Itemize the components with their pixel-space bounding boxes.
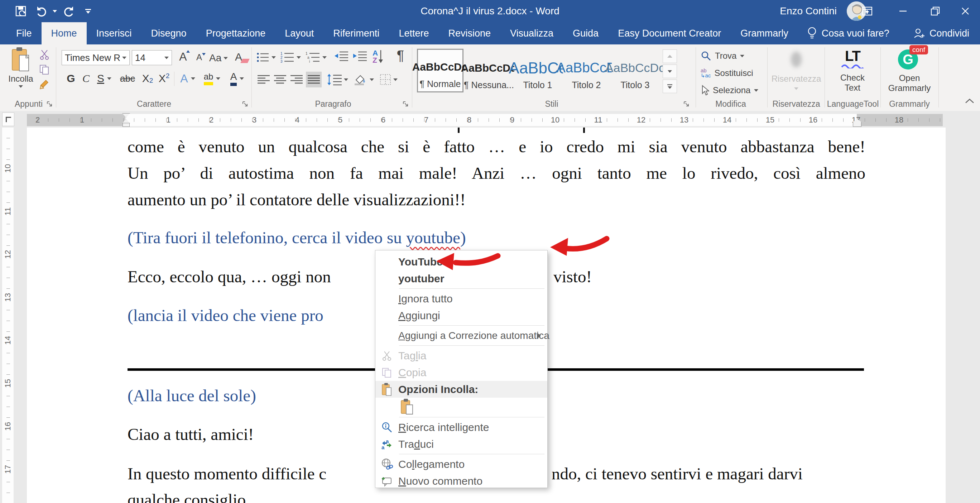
- highlight-button[interactable]: ab: [200, 70, 224, 87]
- tab-riferimenti[interactable]: Riferimenti: [323, 22, 389, 45]
- find-button[interactable]: Trova: [701, 49, 744, 63]
- superscript-digit: 2: [166, 72, 170, 80]
- align-center-button[interactable]: [273, 72, 287, 87]
- grow-font-button[interactable]: A: [176, 50, 190, 65]
- paragrafo-dialog-launcher[interactable]: [402, 100, 410, 108]
- tab-home[interactable]: Home: [41, 22, 87, 45]
- superscript-button[interactable]: X2: [157, 70, 171, 87]
- misspelled-word[interactable]: youtube: [406, 228, 460, 247]
- ribbon-display-options-icon: [861, 5, 873, 17]
- tab-lettere[interactable]: Lettere: [389, 22, 438, 45]
- left-indent-marker[interactable]: [123, 123, 130, 127]
- menu-item-aggiungi-a-correzione-automatica[interactable]: Aggiungi a Correzione automatica: [375, 327, 547, 344]
- menu-item-collegamento[interactable]: Collegamento: [375, 456, 547, 473]
- font-color-button[interactable]: A: [226, 70, 248, 87]
- close-button[interactable]: [953, 0, 978, 22]
- menu-item-suggestion-youtube[interactable]: YouTube: [375, 253, 547, 270]
- ribbon-display-options-button[interactable]: [854, 0, 880, 22]
- tab-visualizza[interactable]: Visualizza: [500, 22, 563, 45]
- collapse-ribbon-button[interactable]: [964, 97, 977, 107]
- close-icon: [961, 6, 970, 16]
- change-case-button[interactable]: Aa: [209, 51, 231, 65]
- justify-icon: [308, 75, 320, 84]
- styles-gallery-more-button[interactable]: [663, 80, 677, 93]
- select-label: Seleziona: [713, 85, 750, 95]
- stili-dialog-launcher[interactable]: [683, 100, 690, 108]
- underline-button[interactable]: S: [95, 70, 114, 87]
- tab-layout[interactable]: Layout: [275, 22, 323, 45]
- shading-button[interactable]: [353, 72, 376, 87]
- font-size-combo[interactable]: 14: [132, 50, 172, 65]
- replace-button[interactable]: ab↳ac Sostituisci: [701, 66, 753, 80]
- increase-indent-button[interactable]: [352, 50, 368, 64]
- tab-file[interactable]: File: [6, 22, 41, 45]
- riservatezza-icon: [791, 52, 802, 67]
- shrink-font-button[interactable]: A: [193, 52, 205, 66]
- dialog-launcher-icon: [46, 100, 53, 107]
- tab-revisione[interactable]: Revisione: [438, 22, 500, 45]
- clear-formatting-button[interactable]: A: [234, 50, 248, 65]
- tab-progettazione[interactable]: Progettazione: [196, 22, 275, 45]
- menu-item-nuovo-commento[interactable]: Nuovo commento: [375, 473, 547, 489]
- minimize-button[interactable]: [891, 0, 916, 22]
- cut-button[interactable]: [39, 49, 54, 62]
- tab-grammarly[interactable]: Grammarly: [731, 22, 798, 45]
- appunti-dialog-launcher[interactable]: [46, 100, 54, 108]
- menu-item-traduci[interactable]: aa Traduci: [375, 436, 547, 452]
- line-spacing-button[interactable]: [327, 72, 350, 87]
- style-name: ¶ Normale: [420, 79, 461, 89]
- show-paragraph-marks-button[interactable]: ¶: [393, 48, 407, 64]
- copy-button[interactable]: [39, 64, 54, 77]
- italic-button[interactable]: C: [80, 70, 92, 87]
- paste-option-keep-source[interactable]: [375, 398, 547, 415]
- styles-scroll-up-button[interactable]: [663, 49, 677, 63]
- riservatezza-button[interactable]: Riservatezza: [770, 48, 822, 98]
- restore-button[interactable]: [923, 0, 948, 22]
- open-grammarly-button[interactable]: G conf Open Grammarly: [883, 46, 935, 98]
- paint-bucket-icon: [353, 73, 368, 86]
- paste-button[interactable]: Incolla: [3, 46, 38, 97]
- bullets-button[interactable]: [256, 50, 277, 64]
- menu-item-suggestion-youtuber[interactable]: youtuber: [375, 270, 547, 287]
- carattere-dialog-launcher[interactable]: [242, 100, 249, 108]
- style-nessuna-spaziatura[interactable]: AaBbCcDd ¶ Nessuna...: [466, 49, 512, 92]
- align-right-button[interactable]: [290, 72, 304, 87]
- tab-easy-document-creator[interactable]: Easy Document Creator: [608, 22, 731, 45]
- decrease-indent-button[interactable]: [333, 50, 350, 64]
- menu-item-taglia[interactable]: Taglia: [375, 347, 547, 364]
- font-size-value: 14: [135, 52, 145, 64]
- strikethrough-button[interactable]: abc: [118, 70, 138, 87]
- menu-item-aggiungi[interactable]: Aggiungi: [375, 307, 547, 324]
- borders-button[interactable]: [380, 72, 402, 87]
- style-titolo-1[interactable]: AaBbCc Titolo 1: [514, 49, 561, 92]
- new-comment-icon: [380, 475, 393, 487]
- tell-me-search[interactable]: Cosa vuoi fare?: [798, 22, 898, 45]
- tab-selector-button[interactable]: [2, 113, 14, 126]
- tab-inserisci[interactable]: Inserisci: [87, 22, 142, 45]
- share-button[interactable]: Condividi: [902, 22, 980, 45]
- tab-guida[interactable]: Guida: [563, 22, 608, 45]
- account-user-name[interactable]: Enzo Contini: [780, 0, 837, 22]
- style-normale[interactable]: AaBbCcDd ¶ Normale: [417, 49, 463, 92]
- select-button[interactable]: Seleziona: [701, 83, 758, 97]
- styles-scroll-down-button[interactable]: [663, 64, 677, 78]
- subscript-button[interactable]: X2: [140, 70, 155, 87]
- share-label: Condividi: [929, 28, 969, 39]
- justify-button[interactable]: [306, 72, 321, 88]
- languagetool-check-text-button[interactable]: LT Check Text: [827, 48, 878, 98]
- multilevel-list-button[interactable]: 1ai: [305, 50, 329, 64]
- menu-item-ignora-tutto[interactable]: Ignora tutto: [375, 290, 547, 307]
- menu-item-ricerca-intelligente[interactable]: Ricerca intelligente: [375, 419, 547, 436]
- align-left-button[interactable]: [256, 72, 271, 87]
- bold-button[interactable]: G: [64, 70, 77, 87]
- style-titolo-2[interactable]: AaBbCcD Titolo 2: [563, 49, 609, 92]
- sort-button[interactable]: AZ: [372, 49, 391, 64]
- numbering-button[interactable]: 123: [280, 50, 302, 64]
- font-name-combo[interactable]: Times New R: [62, 50, 130, 65]
- style-titolo-3[interactable]: AaBbCcDc Titolo 3: [612, 49, 659, 92]
- menu-item-copia[interactable]: Copia: [375, 364, 547, 381]
- text-effects-button[interactable]: A: [178, 70, 198, 87]
- tab-disegno[interactable]: Disegno: [142, 22, 196, 45]
- increase-indent-icon: [352, 50, 368, 62]
- format-painter-button[interactable]: [39, 79, 54, 93]
